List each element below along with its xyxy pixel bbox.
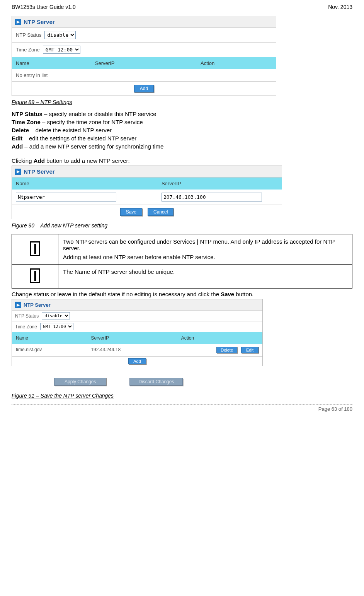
- discard-changes-button[interactable]: Discard Changes: [129, 378, 183, 386]
- page-header: BW1253s User Guide v1.0 Nov. 2013: [12, 4, 352, 10]
- col-serverip: ServerIP: [91, 57, 197, 69]
- save-button[interactable]: Save: [120, 208, 142, 216]
- ntp-server-panel-3: ▶ NTP Server NTP Status disable Time Zon…: [12, 299, 263, 366]
- ntp-server-panel-1: ▶ NTP Server NTP Status disable Time Zon…: [12, 16, 276, 96]
- table-row: time.nist.gov 192.43.244.18 Delete Edit: [12, 344, 262, 357]
- cell-ip: 192.43.244.18: [87, 344, 177, 356]
- note-text: Two NTP servers can be configured under: [63, 238, 173, 245]
- apply-changes-button[interactable]: Apply Changes: [54, 378, 106, 386]
- note-2: The Name of NTP server should be unique.: [58, 265, 352, 289]
- note-1: Two NTP servers can be configured under …: [58, 234, 352, 265]
- txt-bold: Save: [221, 291, 234, 297]
- add-row: Add: [12, 357, 262, 366]
- cell-name: time.nist.gov: [12, 344, 87, 356]
- arrow-right-icon: ▶: [15, 19, 21, 25]
- panel-title-bar: ▶ NTP Server: [12, 166, 282, 178]
- name-input[interactable]: [16, 193, 116, 202]
- col-serverip: ServerIP: [158, 178, 282, 190]
- note-text: Adding at least one NTP server before en…: [63, 254, 347, 260]
- col-action: Action: [197, 57, 276, 69]
- page-number: Page 63 of 180: [318, 406, 352, 412]
- table-header: Name ServerIP: [12, 178, 282, 190]
- desc-edit: Edit – edit the settings of the existed …: [12, 135, 352, 142]
- desc-key: NTP Status: [12, 111, 43, 117]
- ntp-status-row: NTP Status disable: [12, 28, 276, 43]
- figure-90-caption: Figure 90 – Add new NTP server setting: [12, 222, 352, 229]
- serverip-input[interactable]: [162, 193, 262, 202]
- desc-val: – add a new NTP server setting for synch…: [23, 143, 163, 150]
- info-notes-table: Two NTP servers can be configured under …: [12, 234, 352, 289]
- ntp-status-select[interactable]: disable: [44, 31, 76, 39]
- col-serverip: ServerIP: [87, 332, 177, 344]
- col-name: Name: [12, 57, 91, 69]
- desc-key: Time Zone: [12, 119, 41, 125]
- time-zone-row: Time Zone GMT-12:00: [12, 43, 276, 57]
- txt-post: button.: [234, 291, 253, 297]
- txt-pre: Change status or leave in the default st…: [12, 291, 221, 297]
- desc-key: Add: [12, 143, 23, 150]
- txt-pre: Clicking: [12, 157, 34, 164]
- note-bold: Name: [75, 268, 90, 275]
- ntp-status-label: NTP Status: [16, 32, 41, 38]
- save-cancel-row: Save Cancel: [12, 205, 282, 219]
- panel-title-bar: ▶ NTP Server: [12, 16, 276, 28]
- figure-89-caption: Figure 89 – NTP Settings: [12, 99, 352, 105]
- change-status-text: Change status or leave in the default st…: [12, 291, 352, 297]
- add-row: Add: [12, 82, 276, 96]
- cell-action: Delete Edit: [177, 344, 262, 356]
- desc-time-zone: Time Zone – specify the time zone for NT…: [12, 119, 352, 125]
- cancel-button[interactable]: Cancel: [148, 208, 173, 216]
- info-icon-cell: [12, 234, 58, 265]
- desc-delete: Delete – delete the existed NTP server: [12, 127, 352, 133]
- time-zone-select[interactable]: GMT-12:00: [43, 46, 80, 54]
- figure-91-caption: Figure 91 – Save the NTP server Changes: [12, 393, 352, 399]
- ntp-status-row: NTP Status disable: [12, 311, 262, 321]
- desc-key: Edit: [12, 135, 22, 142]
- cell-ip: [158, 190, 282, 205]
- ntp-status-label: NTP Status: [15, 313, 39, 319]
- col-name: Name: [12, 332, 87, 344]
- txt-post: button to add a new NTP server:: [45, 157, 130, 164]
- panel-title-bar: ▶ NTP Server: [12, 299, 262, 311]
- note-text: of NTP server should be unique.: [90, 268, 175, 275]
- panel-title: NTP Server: [24, 168, 55, 175]
- ntp-status-select[interactable]: disable: [42, 312, 70, 319]
- add-button[interactable]: Add: [134, 85, 154, 92]
- desc-val: – edit the settings of the existed NTP s…: [22, 135, 136, 142]
- note-text: The: [63, 268, 75, 275]
- col-action: Action: [177, 332, 262, 344]
- ntp-server-panel-2: ▶ NTP Server Name ServerIP Save Cancel: [12, 166, 282, 219]
- txt-bold: Add: [34, 157, 45, 164]
- time-zone-select[interactable]: GMT-12:00: [40, 323, 73, 330]
- desc-add: Add – add a new NTP server setting for s…: [12, 143, 352, 150]
- desc-val: – delete the existed NTP server: [29, 127, 112, 133]
- table-header: Name ServerIP Action: [12, 57, 276, 69]
- empty-text: No entry in list: [12, 69, 51, 81]
- info-icon-cell: [12, 265, 58, 289]
- doc-date: Nov. 2013: [328, 4, 352, 10]
- col-name: Name: [12, 178, 158, 190]
- desc-ntp-status: NTP Status – specify enable or disable t…: [12, 111, 352, 117]
- clicking-add-text: Clicking Add button to add a new NTP ser…: [12, 157, 352, 164]
- desc-val: – specify the time zone for NTP service: [41, 119, 143, 125]
- doc-title: BW1253s User Guide v1.0: [12, 4, 76, 10]
- table-header: Name ServerIP Action: [12, 332, 262, 344]
- arrow-right-icon: ▶: [15, 302, 21, 308]
- apply-discard-row: Apply Changes Discard Changes: [12, 378, 352, 386]
- arrow-right-icon: ▶: [15, 169, 21, 175]
- desc-key: Delete: [12, 127, 29, 133]
- note-bold: Services | NTP: [173, 238, 213, 245]
- add-button[interactable]: Add: [128, 358, 146, 364]
- delete-button[interactable]: Delete: [216, 347, 237, 353]
- panel-title: NTP Server: [24, 302, 51, 308]
- desc-val: – specify enable or disable this NTP ser…: [43, 111, 156, 117]
- page-footer: Page 63 of 180: [12, 404, 352, 412]
- time-zone-label: Time Zone: [15, 324, 37, 330]
- time-zone-row: Time Zone GMT-12:00: [12, 321, 262, 332]
- edit-button[interactable]: Edit: [241, 347, 259, 353]
- cell-name: [12, 190, 158, 205]
- info-icon: [30, 268, 40, 283]
- table-row-empty: No entry in list: [12, 69, 276, 82]
- panel-title: NTP Server: [24, 19, 55, 25]
- table-row: [12, 190, 282, 205]
